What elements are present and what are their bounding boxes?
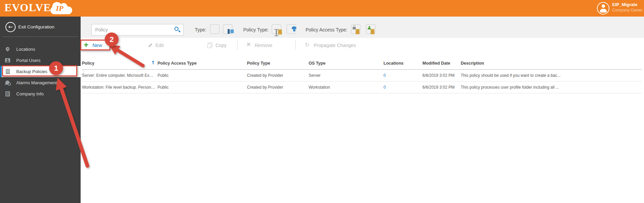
sidebar-divider (3, 37, 78, 37)
user-role: Company Owner (612, 8, 643, 13)
alarm-bell-icon (5, 80, 11, 86)
toolbar-divider (237, 40, 237, 50)
copy-icon (207, 43, 212, 47)
cell-os-type: Server (309, 70, 353, 82)
logo-cloud-icon: IP (50, 2, 74, 15)
location-pin-icon (5, 46, 11, 52)
app-root: EVOLVE IP EIP_Migrate Company Owner ← Ex… (0, 0, 644, 203)
sidebar-item-backup-policies[interactable]: Backup Policies (0, 66, 81, 77)
column-header-os-type[interactable]: OS Type (309, 61, 349, 66)
cell-policy: Server: Entire computer. Microsoft Excha… (82, 70, 155, 82)
server-filter-button[interactable] (210, 24, 220, 34)
propagate-icon: ↻ (305, 42, 309, 48)
cell-policy-type: Created by Provider (247, 82, 303, 93)
company-building-icon (5, 91, 11, 97)
avatar-person-icon (602, 4, 605, 8)
copy-button[interactable]: Copy (207, 41, 231, 50)
column-header-modified-date[interactable]: Modified Date (422, 61, 460, 66)
column-header-policy-access-type[interactable]: Policy Access Type (158, 61, 205, 66)
sidebar-item-alarms-management[interactable]: Alarms Management (0, 77, 81, 88)
portal-user-icon (5, 58, 11, 64)
pencil-icon (148, 43, 152, 47)
exit-configuration-label: Exit Configuration (18, 24, 55, 29)
cell-os-type: Workstation (309, 82, 353, 93)
policy-scroll-icon (5, 69, 11, 75)
policy-type-filter-label: Policy Type: (243, 27, 269, 32)
plus-icon: + (84, 40, 88, 50)
column-header-description[interactable]: Description (461, 61, 528, 66)
column-header-policy[interactable]: Policy (82, 61, 150, 66)
workstation-filter-button[interactable] (223, 24, 232, 34)
remove-x-icon: × (247, 41, 251, 48)
private-policy-filter-button[interactable] (351, 24, 360, 34)
table-row[interactable]: Server: Entire computer. Microsoft Excha… (81, 70, 642, 82)
propagate-changes-button[interactable]: ↻ Propagate Changes (305, 41, 359, 50)
cell-policy-access-type: Public (158, 70, 202, 82)
top-bar: EVOLVE IP EIP_Migrate Company Owner (0, 0, 644, 17)
cell-modified-date: 6/6/2019 3:02 PM (422, 70, 463, 82)
new-button[interactable]: + New (84, 41, 107, 50)
sidebar-item-locations[interactable]: Locations (0, 44, 81, 55)
cell-locations-link[interactable]: 0 (383, 70, 407, 82)
public-policy-filter-button[interactable] (366, 24, 375, 34)
logo-wordmark: EVOLVE (4, 1, 51, 14)
cell-description: This policy processes user profile folde… (461, 82, 640, 93)
sidebar-item-portal-users[interactable]: Portal Users (0, 55, 81, 66)
cell-modified-date: 6/6/2019 3:02 PM (422, 82, 463, 93)
cell-policy: Workstation: File level backup. Personal… (82, 82, 155, 93)
logo-badge: IP (56, 4, 63, 13)
remove-button[interactable]: × Remove (247, 41, 277, 50)
user-name[interactable]: EIP_Migrate (612, 2, 637, 7)
back-arrow-icon: ← (5, 22, 16, 32)
provider-policy-filter-button[interactable] (272, 24, 281, 34)
sort-ascending-icon: ↑ (151, 60, 155, 65)
selected-indicator-bar (0, 66, 2, 77)
type-filter-label: Type: (195, 27, 206, 32)
column-header-policy-type[interactable]: Policy Type (247, 61, 298, 66)
search-input[interactable] (92, 24, 170, 35)
sidebar-item-company-info[interactable]: Company Info (0, 88, 81, 99)
policy-access-type-filter-label: Policy Access Type: (306, 27, 347, 32)
cell-locations-link[interactable]: 0 (383, 82, 407, 93)
column-header-locations[interactable]: Locations (383, 61, 414, 66)
search-icon[interactable] (174, 27, 179, 31)
toolbar-divider (295, 40, 296, 50)
exit-configuration-button[interactable]: ← Exit Configuration (0, 21, 81, 36)
user-policy-filter-button[interactable] (287, 24, 296, 34)
cell-description: This policy should be used if you want t… (461, 70, 640, 82)
cell-policy-type: Created by Provider (247, 70, 303, 82)
user-avatar[interactable] (597, 2, 609, 15)
search-box (91, 24, 184, 36)
edit-button[interactable]: Edit (148, 41, 168, 50)
table-row[interactable]: Workstation: File level backup. Personal… (81, 82, 642, 93)
sidebar: ← Exit Configuration Locations Portal Us… (0, 17, 81, 203)
cell-policy-access-type: Public (158, 82, 202, 93)
